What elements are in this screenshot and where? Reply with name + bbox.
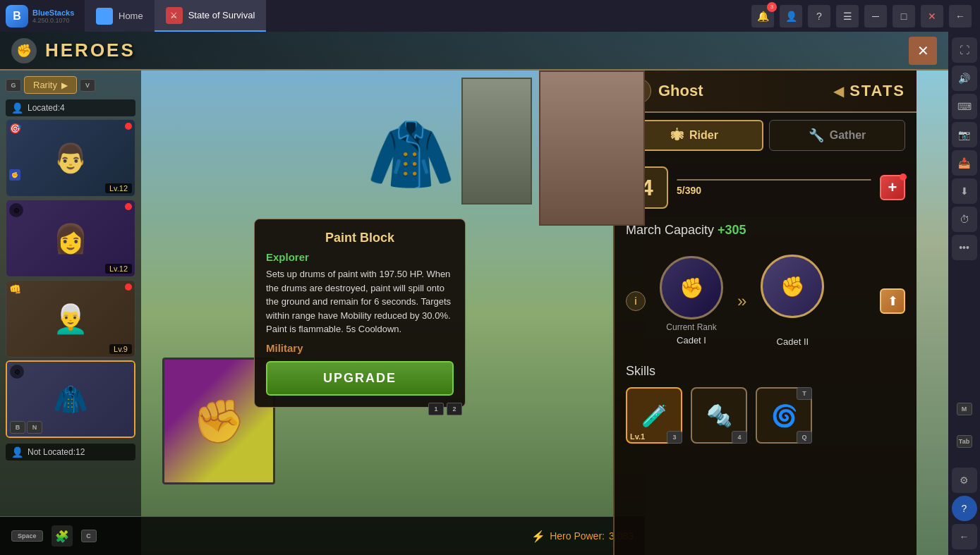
ghost-panel-header: ⚙ Ghost ◀ STATS bbox=[615, 71, 917, 113]
t-key: T bbox=[797, 387, 812, 400]
skill-1-level: Lv.1 bbox=[630, 432, 645, 441]
maddie-notification-dot bbox=[125, 283, 132, 291]
paint-block-category: Explorer bbox=[266, 251, 454, 263]
hero-card-ghost[interactable]: 🧥 ⚙ B N bbox=[6, 360, 135, 438]
hero-card-hunter[interactable]: 👨 🎯 Lv.12 ✊ bbox=[6, 119, 135, 197]
tab-home[interactable]: Home bbox=[85, 0, 155, 32]
paint-block-description: Sets up drums of paint with 197.50 HP. W… bbox=[266, 267, 454, 336]
sarge-notification-dot bbox=[125, 203, 132, 210]
march-capacity: March Capacity +305 bbox=[615, 217, 917, 249]
rarity-filter: G Rarity ▶ V bbox=[6, 76, 135, 94]
download-button[interactable]: ⬇ bbox=[952, 178, 977, 204]
hunter-level: Lv.12 bbox=[105, 183, 132, 193]
m-key: M bbox=[957, 403, 972, 415]
heroes-icon: ✊ bbox=[11, 38, 37, 63]
rarity-button[interactable]: Rarity ▶ bbox=[24, 76, 77, 94]
rank-info-circle[interactable]: i bbox=[626, 291, 646, 311]
game-area: ✊ HEROES ✕ G Rarity ▶ V 👤 Located:4 👨 🎯 … bbox=[0, 32, 948, 555]
skill-3-key: Q bbox=[797, 431, 812, 444]
fist-graffiti-icon: ✊ bbox=[193, 396, 246, 446]
skill-3-icon: 🌀 bbox=[771, 403, 797, 428]
next-rank-icon: ✊ bbox=[780, 275, 805, 298]
top-bar: B BlueStacks 4.250.0.1070 Home ⚔ State o… bbox=[0, 0, 980, 32]
gather-tab[interactable]: 🔧 Gather bbox=[769, 120, 905, 151]
located-bar: 👤 Located:4 bbox=[6, 99, 135, 116]
building1 bbox=[539, 71, 645, 226]
skill-card-1[interactable]: 🧪 Lv.1 3 bbox=[626, 387, 682, 444]
notifications-button[interactable]: 🔔 3 bbox=[751, 5, 774, 28]
level-section: 4 5/390 + bbox=[615, 158, 917, 217]
stats-title: STATS bbox=[849, 82, 905, 100]
stats-back: ◀ STATS bbox=[833, 82, 905, 100]
top-bar-controls: 🔔 3 👤 ? ☰ ─ □ ✕ ← bbox=[751, 5, 980, 28]
keyboard-button[interactable]: ⌨ bbox=[952, 94, 977, 119]
march-capacity-value: +305 bbox=[718, 223, 746, 237]
hero-card-sarge[interactable]: 👩 ⚙ Lv.12 bbox=[6, 200, 135, 277]
menu-button[interactable]: ☰ bbox=[836, 5, 859, 28]
sarge-level: Lv.12 bbox=[105, 264, 132, 274]
volume-button[interactable]: 🔊 bbox=[952, 66, 977, 91]
ghost-stats-panel: ⚙ Ghost ◀ STATS 🕷 Rider 🔧 Gather 4 bbox=[613, 71, 917, 555]
install-apk-button[interactable]: 📥 bbox=[952, 150, 977, 176]
home-tab-icon bbox=[96, 8, 113, 25]
upgrade-key-0: 1 bbox=[428, 403, 444, 415]
ghost-character: 🧥 bbox=[367, 113, 455, 196]
close-button[interactable]: ✕ bbox=[921, 5, 943, 28]
skill-card-3[interactable]: 🌀 Q T bbox=[756, 387, 812, 444]
current-rank-label: Current Rank bbox=[666, 322, 716, 332]
skill-2-icon: 🔩 bbox=[706, 403, 732, 428]
upgrade-key-2: 2 bbox=[447, 403, 462, 415]
fullscreen-button[interactable]: ⛶ bbox=[952, 37, 977, 63]
current-rank-badge: ✊ bbox=[660, 256, 723, 319]
maddie-level: Lv.9 bbox=[109, 344, 132, 354]
back-sidebar-button[interactable]: ← bbox=[952, 524, 977, 549]
notification-badge: 3 bbox=[767, 2, 777, 12]
bluestacks-icon: B bbox=[6, 5, 28, 28]
xp-text: 5/390 bbox=[677, 185, 871, 196]
heroes-close-button[interactable]: ✕ bbox=[909, 37, 937, 65]
skill-1-key: 3 bbox=[667, 431, 682, 444]
upgrade-button[interactable]: UPGRADE bbox=[266, 361, 454, 396]
skill-2-key: 4 bbox=[732, 431, 747, 444]
more-button[interactable]: ••• bbox=[952, 235, 977, 260]
skills-row: 🧪 Lv.1 3 🔩 4 🌀 Q T bbox=[626, 387, 905, 444]
not-located-bar: 👤 Not Located:12 bbox=[6, 444, 135, 461]
minimize-button[interactable]: ─ bbox=[864, 5, 887, 28]
level-up-button[interactable]: + bbox=[880, 175, 905, 200]
puzzle-icon[interactable]: 🧩 bbox=[52, 525, 73, 547]
skill-1-icon: 🧪 bbox=[641, 403, 667, 428]
ghost-name-label: Ghost bbox=[658, 82, 703, 100]
settings-cog[interactable]: ⚙ bbox=[952, 468, 977, 493]
ghost-tabs: 🕷 Rider 🔧 Gather bbox=[615, 113, 917, 158]
restore-button[interactable]: □ bbox=[893, 5, 915, 28]
screenshot-button[interactable]: 📷 bbox=[952, 122, 977, 147]
hero-sarge-avatar: 👩 bbox=[53, 222, 88, 255]
g-key: G bbox=[6, 79, 21, 92]
rank-up-button[interactable]: ⬆ bbox=[880, 288, 905, 314]
v-key: V bbox=[80, 79, 95, 92]
hunter-crosshair-icon: 🎯 bbox=[9, 123, 23, 137]
space-key: Space bbox=[11, 530, 43, 542]
back-arrow-button[interactable]: ← bbox=[949, 5, 972, 28]
hunter-rank-badge: ✊ bbox=[9, 169, 20, 181]
skills-section: Skills 🧪 Lv.1 3 🔩 4 🌀 Q T bbox=[615, 358, 917, 449]
timer-button[interactable]: ⏱ bbox=[952, 207, 977, 232]
rider-tab-icon: 🕷 bbox=[671, 128, 684, 143]
current-rank-icon: ✊ bbox=[679, 276, 704, 300]
next-rank-info: ✊ Cadet II bbox=[761, 255, 824, 347]
rider-tab[interactable]: 🕷 Rider bbox=[626, 120, 763, 151]
skills-title: Skills bbox=[626, 364, 905, 379]
bottom-bar: Space 🧩 C ⚡ Hero Power: 3,083 bbox=[0, 516, 645, 555]
hero-card-maddie[interactable]: 👨‍🦳 👊 Lv.9 bbox=[6, 280, 135, 358]
back-arrow-icon[interactable]: ◀ bbox=[833, 83, 844, 99]
help-sidebar-button[interactable]: ? bbox=[952, 496, 977, 521]
help-button[interactable]: ? bbox=[808, 5, 830, 28]
hero-ghost-avatar: 🧥 bbox=[53, 383, 88, 416]
account-button[interactable]: 👤 bbox=[780, 5, 802, 28]
hero-ghost-bg: 🧥 bbox=[7, 362, 134, 437]
bluestacks-sidebar: ⛶ 🔊 ⌨ 📷 📥 ⬇ ⏱ ••• M Tab ⚙ ? ← bbox=[948, 32, 980, 555]
skill-card-2[interactable]: 🔩 4 bbox=[691, 387, 747, 444]
tab-state-of-survival[interactable]: ⚔ State of Survival bbox=[155, 0, 267, 32]
paint-block-military: Military bbox=[266, 342, 454, 354]
game-tab-icon: ⚔ bbox=[166, 7, 183, 24]
